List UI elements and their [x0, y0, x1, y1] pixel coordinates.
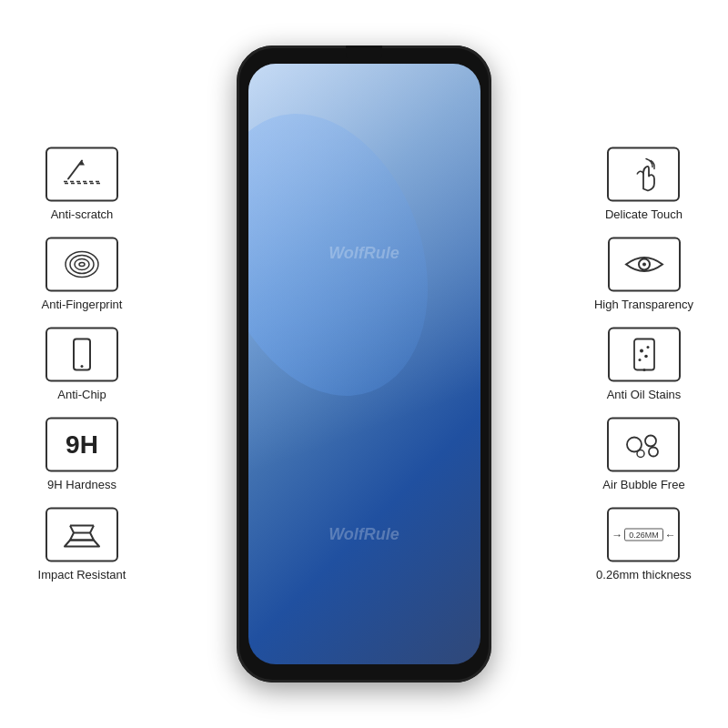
feature-impact-resistant: Impact Resistant	[38, 508, 126, 581]
thickness-label: 0.26mm thickness	[596, 568, 692, 581]
svg-point-18	[640, 349, 643, 353]
feature-air-bubble-free: Air Bubble Free	[602, 418, 684, 491]
feature-anti-chip: Anti-Chip	[46, 328, 118, 401]
anti-chip-icon-box	[46, 328, 118, 382]
feature-9h-hardness: 9H 9H Hardness	[46, 418, 118, 491]
impact-resistant-label: Impact Resistant	[38, 568, 126, 581]
thickness-value: 0.26MM	[624, 529, 663, 541]
9h-icon-box: 9H	[46, 418, 118, 472]
svg-point-24	[649, 448, 658, 457]
svg-line-11	[70, 526, 74, 533]
screen-reflection	[248, 64, 480, 664]
delicate-touch-label: Delicate Touch	[605, 207, 682, 221]
arrow-right: ←	[665, 529, 676, 541]
right-features: Delicate Touch High Transparency	[569, 147, 719, 581]
arrow-left: →	[612, 529, 622, 541]
svg-rect-0	[64, 182, 100, 184]
svg-point-21	[638, 359, 641, 361]
9h-text: 9H	[66, 430, 98, 460]
thickness-icon-box: → 0.26MM ←	[607, 508, 680, 562]
left-features: Anti-scratch Anti-Fingerprint	[9, 147, 155, 581]
impact-icon-box	[46, 508, 118, 562]
svg-rect-16	[634, 339, 654, 370]
svg-point-25	[637, 450, 644, 458]
feature-anti-scratch: Anti-scratch	[46, 147, 118, 221]
anti-oil-icon	[622, 335, 667, 375]
svg-marker-9	[65, 541, 99, 547]
svg-point-8	[81, 365, 84, 368]
svg-point-15	[642, 263, 646, 267]
phone-container: WolfRule WolfRule	[237, 46, 491, 682]
fingerprint-icon	[59, 247, 105, 283]
air-bubble-icon-box	[607, 418, 680, 472]
svg-line-1	[68, 161, 82, 179]
thickness-arrows: → 0.26MM ←	[612, 529, 676, 541]
anti-oil-label: Anti Oil Stains	[607, 388, 682, 401]
feature-anti-fingerprint: Anti-Fingerprint	[42, 238, 123, 311]
scratch-icon	[59, 157, 105, 193]
feature-anti-oil-stains: Anti Oil Stains	[607, 328, 682, 401]
feature-delicate-touch: Delicate Touch	[605, 147, 682, 221]
feature-thickness: → 0.26MM ← 0.26mm thickness	[596, 508, 692, 581]
svg-point-19	[646, 346, 649, 349]
impact-icon	[57, 515, 106, 555]
touch-icon	[621, 155, 666, 195]
svg-line-12	[90, 526, 94, 533]
phone-screen: WolfRule WolfRule	[248, 64, 480, 664]
main-container: Anti-scratch Anti-Fingerprint	[0, 0, 728, 728]
screen-watermark-top: WolfRule	[329, 244, 399, 263]
svg-marker-10	[70, 533, 94, 541]
svg-point-5	[75, 259, 89, 270]
phone-outline-icon	[59, 337, 105, 373]
feature-high-transparency: High Transparency	[594, 238, 693, 311]
svg-point-17	[642, 369, 645, 371]
anti-scratch-icon-box	[46, 147, 118, 202]
eye-icon-box	[608, 238, 681, 292]
anti-fingerprint-icon-box	[46, 238, 118, 292]
phone-outer: WolfRule WolfRule	[237, 46, 491, 682]
air-bubble-icon	[621, 425, 666, 465]
svg-point-23	[645, 436, 656, 447]
high-transparency-label: High Transparency	[594, 298, 693, 311]
anti-scratch-label: Anti-scratch	[51, 207, 114, 221]
screen-watermark-bottom: WolfRule	[329, 525, 399, 544]
touch-icon-box	[607, 147, 680, 202]
air-bubble-label: Air Bubble Free	[602, 478, 684, 491]
phone-notch	[346, 46, 382, 64]
eye-icon	[622, 247, 667, 283]
anti-oil-icon-box	[608, 328, 681, 382]
anti-fingerprint-label: Anti-Fingerprint	[42, 298, 123, 311]
svg-point-20	[644, 355, 648, 359]
svg-point-4	[70, 256, 94, 274]
9h-label: 9H Hardness	[47, 478, 116, 491]
anti-chip-label: Anti-Chip	[57, 388, 106, 401]
svg-point-6	[79, 263, 85, 267]
